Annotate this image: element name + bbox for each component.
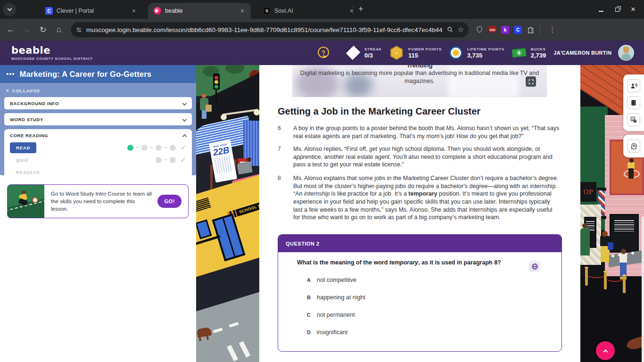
kami-icon[interactable]: k xyxy=(501,26,509,34)
streak-diamond-icon xyxy=(346,46,360,60)
restore-button[interactable] xyxy=(609,6,625,13)
new-tab-button[interactable]: + xyxy=(358,4,363,14)
lesson-nav-panel: × COLLAPSE BACKGROUND INFO WORD STUDY CO… xyxy=(0,83,196,175)
tab-close-icon[interactable]: × xyxy=(348,7,355,15)
lesson-title-bar: Marketing: A Career for Go-Getters xyxy=(0,65,196,83)
address-bar[interactable]: muscogee.login.beable.com/lesson/dbb6cd6… xyxy=(71,22,469,37)
close-button[interactable]: × xyxy=(625,5,641,14)
stat-value: 2,739 xyxy=(531,52,546,59)
user-name: JA'CAMERON BURTIN xyxy=(553,50,611,56)
translate-question-button[interactable] xyxy=(529,261,540,272)
option-text: not permanent xyxy=(317,312,355,318)
progress-dot xyxy=(141,145,148,151)
shop-sign: OP xyxy=(580,182,596,202)
tab-title: Sovi.AI xyxy=(274,8,344,14)
answer-option-c[interactable]: C not permanent xyxy=(307,312,355,318)
bucks-bill-icon: $ xyxy=(512,48,527,58)
question-text: What is the meaning of the word temporar… xyxy=(297,259,519,266)
tab-separator xyxy=(353,6,353,14)
word-study-promo-card: Go to Word Study Intro Course to learn a… xyxy=(7,184,189,218)
reload-button[interactable]: ↻ xyxy=(36,23,50,37)
translate-button[interactable]: G? xyxy=(627,113,640,126)
soccer-player-image xyxy=(8,185,44,218)
question-header: QUESTION 2 xyxy=(278,235,561,252)
article-heading: Getting a Job in the Marketing Career Cl… xyxy=(278,106,480,117)
paragraph-number: 7 xyxy=(278,145,293,169)
minimize-icon xyxy=(599,11,603,12)
tab-clever-portal[interactable]: C Clever | Portal × xyxy=(40,3,142,19)
stat-value: 115 xyxy=(408,52,442,59)
chevron-down-icon xyxy=(182,101,187,106)
core-reading-header[interactable]: CORE READING xyxy=(10,133,186,138)
back-button[interactable]: ← xyxy=(4,23,18,37)
expand-image-button[interactable] xyxy=(526,76,536,87)
chevron-up-icon xyxy=(182,134,187,139)
read-button[interactable]: READ xyxy=(10,142,36,153)
browser-menu-icon[interactable]: ⋮ xyxy=(545,25,560,34)
avatar[interactable] xyxy=(618,45,634,61)
forward-button[interactable]: → xyxy=(20,23,34,37)
stat-value: 3,735 xyxy=(467,52,504,59)
stat-label: LIFETIME POINTS xyxy=(467,47,504,51)
site-settings-icon[interactable] xyxy=(75,26,83,33)
bookmark-star-icon[interactable]: ☆ xyxy=(458,25,464,34)
image-caption-title: Trending xyxy=(292,65,547,69)
paragraph-number: 6 xyxy=(278,124,293,140)
brand-name: beable xyxy=(11,45,93,56)
traffic-light xyxy=(213,74,220,90)
toolbar-separator xyxy=(540,25,540,34)
scrollbar-track[interactable] xyxy=(642,217,644,362)
answer-option-a[interactable]: A not competitive xyxy=(307,277,356,283)
minimize-button[interactable] xyxy=(593,6,609,13)
stat-label: BUCKS xyxy=(531,47,546,51)
stanchion xyxy=(604,272,607,289)
comprehension-help-button[interactable] xyxy=(627,140,640,153)
tab-close-icon[interactable]: × xyxy=(130,7,138,15)
restore-icon xyxy=(615,8,619,12)
question-card: QUESTION 2 What is the meaning of the wo… xyxy=(278,234,562,352)
tab-sovi-ai[interactable]: S Sovi.AI × xyxy=(257,3,360,19)
background-info-dropdown[interactable]: BACKGROUND INFO xyxy=(4,97,192,109)
tab-beable[interactable]: beable × xyxy=(148,3,251,19)
tab-title: Clever | Portal xyxy=(57,8,126,14)
privacy-shield-icon[interactable] xyxy=(475,25,484,34)
lesson-menu-icon[interactable] xyxy=(7,73,14,75)
ublock-icon[interactable]: UO xyxy=(488,26,496,34)
help-icon[interactable]: ? xyxy=(318,47,329,58)
thinking-tools-panel xyxy=(623,135,644,157)
beable-logo[interactable]: beable MUSCOGEE COUNTY SCHOOL DISTRICT xyxy=(11,45,93,61)
stat-label: POWER POINTS xyxy=(408,47,442,51)
tab-strip: C Clever | Portal × beable × S Sovi.AI ×… xyxy=(0,0,644,19)
tab-search-button[interactable] xyxy=(3,3,16,16)
clever-extension-icon[interactable]: C xyxy=(514,26,522,34)
extensions-puzzle-icon[interactable] xyxy=(527,25,535,34)
word-study-dropdown[interactable]: WORD STUDY xyxy=(4,113,192,125)
zoom-icon[interactable] xyxy=(446,26,454,33)
dictionary-button[interactable] xyxy=(627,96,640,109)
dropdown-label: WORD STUDY xyxy=(10,117,43,122)
home-button[interactable]: ⌂ xyxy=(52,23,66,37)
road xyxy=(196,284,259,362)
option-letter: A xyxy=(307,277,317,283)
go-button[interactable]: GO! xyxy=(157,195,182,208)
check-icon: ✓ xyxy=(180,143,186,152)
quiz-label[interactable]: QUIZ xyxy=(16,157,29,163)
tab-close-icon[interactable]: × xyxy=(239,7,246,15)
collapse-x-icon: × xyxy=(6,88,9,93)
read-row: READ ✓ xyxy=(10,141,186,154)
answer-option-d[interactable]: D insignificant xyxy=(307,329,347,336)
beable-favicon xyxy=(154,7,161,15)
check-icon: ✓ xyxy=(180,156,186,164)
browser-toolbar: ← → ↻ ⌂ muscogee.login.beable.com/lesson… xyxy=(0,19,644,41)
beable-header: beable MUSCOGEE COUNTY SCHOOL DISTRICT ?… xyxy=(0,41,644,65)
collapse-button[interactable]: × COLLAPSE xyxy=(6,88,192,93)
read-aloud-button[interactable] xyxy=(627,79,640,92)
lesson-content: Trending Digital marketing is becoming m… xyxy=(259,65,580,362)
paragraph-6: 6 A boy in the group points to a poster … xyxy=(278,124,561,140)
chevron-down-icon xyxy=(7,7,12,11)
bucks-stat: $ BUCKS2,739 xyxy=(512,47,546,59)
clever-favicon: C xyxy=(45,7,53,15)
answer-option-b[interactable]: B happening at night xyxy=(307,294,365,301)
results-label[interactable]: RESULTS xyxy=(16,170,40,175)
scroll-to-top-button[interactable] xyxy=(596,341,615,360)
